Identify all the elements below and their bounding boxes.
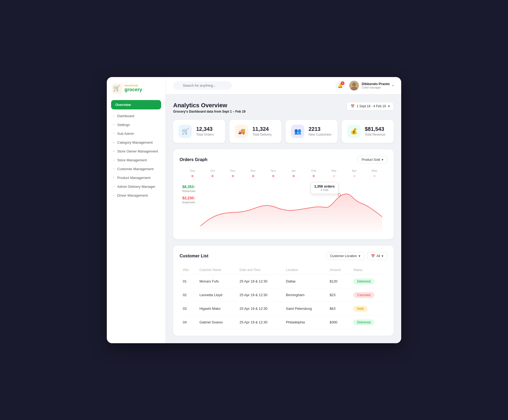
month-mar: Mar (324, 169, 344, 172)
cell-datetime: 25 Apr 19 & 12:30 (236, 288, 283, 302)
month-sep: Sep (182, 169, 203, 172)
sidebar-item-customer-management[interactable]: → Customer Management (107, 165, 165, 173)
sidebar-item-label: Sub Admin (117, 132, 134, 136)
sidebar-item-dashboard[interactable]: → Dashboard (107, 112, 165, 120)
cell-datetime: 25 Apr 19 & 12:30 (236, 274, 283, 288)
product-sold-label: Product Sold (362, 158, 380, 162)
date-filter-label: All (377, 254, 380, 258)
graph-legend: $8,353↑ Revenues $2,230↓ Expenses (182, 185, 196, 207)
chevron-down-icon: ▾ (382, 158, 383, 162)
chart-highlight-dot (338, 193, 341, 196)
col-header-amount: Amount (327, 265, 350, 275)
stat-card-delivery: 🚚 11,324 Total Delivery (229, 120, 281, 143)
col-header-no: #No (180, 265, 196, 275)
svg-point-3 (352, 83, 356, 86)
cell-amount: $23 (327, 288, 350, 302)
graph-title: Orders Graph (180, 157, 207, 162)
logo-grocery-text: grocery (124, 87, 142, 93)
cell-name: Higashi Mako (196, 302, 236, 315)
table-head: #No Cutomer Name Date and Time Location … (180, 265, 387, 275)
tooltip-orders: 1,356 orders (314, 184, 335, 188)
stat-value-orders: 12,343 (196, 126, 214, 132)
col-header-datetime: Date and Time (236, 265, 283, 275)
sidebar-item-store-management[interactable]: → Store Management (107, 156, 165, 165)
date-filter-button[interactable]: 📅 All ▾ (367, 252, 387, 260)
stat-value-customers: 2213 (309, 126, 331, 132)
stat-details: $81,543 Total Revenue (365, 126, 385, 136)
expenses-label: Expenses (182, 201, 196, 204)
topbar: 🔍 🔔 2 Dibben (166, 77, 401, 94)
table-header-row: #No Cutomer Name Date and Time Location … (180, 265, 387, 275)
customer-filters: Customer Location ▾ 📅 All ▾ (326, 252, 387, 260)
chevron-down-icon: ▾ (392, 84, 394, 87)
graph-dot (232, 175, 234, 177)
cell-status: Delivered (350, 315, 387, 329)
subtitle-range: Sept 1 – Feb 19 (222, 110, 245, 113)
date-picker-button[interactable]: 📅 1 Sept 18 - 4 Feb 19 ▾ (347, 102, 394, 110)
graph-dots-row (180, 175, 387, 177)
topbar-right: 🔔 2 Dibbendo Pranto Chief manager (335, 81, 394, 90)
orders-icon: 🛒 (179, 125, 192, 138)
arrow-icon: → (112, 158, 115, 162)
orders-chart-svg (180, 179, 387, 233)
product-sold-button[interactable]: Product Sold ▾ (358, 156, 387, 164)
sidebar-item-category-management[interactable]: → Category Management (107, 138, 165, 147)
tooltip-date: 5 Feb (314, 188, 335, 192)
delivery-icon: 🚚 (235, 125, 248, 138)
month-dec: Dec (243, 169, 263, 172)
logo-icon: 🛒 (112, 83, 122, 94)
stat-label-orders: Total Orders (196, 133, 214, 136)
sidebar-item-store-owner-management[interactable]: → Store Owner Management (107, 147, 165, 156)
cell-name: Leonetta Lloyd (196, 288, 236, 302)
cell-no: 01 (180, 274, 196, 288)
graph-dot-faded (353, 175, 355, 177)
sidebar-item-driver-management[interactable]: → Driver Management (107, 191, 165, 200)
sidebar: 🛒 SHOPFOR grocery Overview → Dashboard →… (107, 77, 166, 343)
month-feb: Feb (304, 169, 324, 172)
table-row: 02 Leonetta Lloyd 25 Apr 19 & 12:30 Birm… (180, 288, 387, 302)
cell-no: 02 (180, 288, 196, 302)
graph-dot (252, 175, 254, 177)
sidebar-item-product-management[interactable]: → Product Management (107, 173, 165, 182)
page-header: Analytics Overview Grocery's Dashboard d… (173, 102, 394, 113)
notification-button[interactable]: 🔔 2 (335, 81, 345, 90)
search-input[interactable] (173, 81, 232, 90)
legend-revenues: $8,353↑ Revenues (182, 185, 196, 193)
cell-location: Birmingham (283, 288, 326, 302)
sidebar-item-settings[interactable]: → Settings (107, 120, 165, 129)
month-nov1: Nov (223, 169, 243, 172)
stat-value-revenue: $81,543 (365, 126, 385, 132)
chevron-down-icon: ▾ (382, 254, 383, 258)
sidebar-item-sub-admin[interactable]: → Sub Admin (107, 129, 165, 138)
stat-details: 11,324 Total Delivery (252, 126, 272, 136)
col-header-name: Cutomer Name (196, 265, 236, 275)
sidebar-item-label: Settings (117, 123, 130, 127)
graph-dot (313, 175, 315, 177)
sidebar-item-overview[interactable]: Overview (111, 100, 161, 109)
search-wrapper: 🔍 (173, 81, 331, 90)
cell-location: Dallas (283, 274, 326, 288)
customer-list-card: Customer List Customer Location ▾ 📅 All … (173, 246, 394, 336)
arrow-icon: → (112, 185, 115, 188)
stat-details: 2213 New Customers (309, 126, 331, 136)
avatar (349, 81, 359, 90)
graph-dot (272, 175, 274, 177)
user-profile[interactable]: Dibbendo Pranto Chief manager ▾ (349, 81, 394, 90)
sidebar-item-label: Category Management (117, 140, 153, 144)
page-body: Analytics Overview Grocery's Dashboard d… (166, 94, 401, 343)
subtitle-prefix: Grocery's Dashboard data from (173, 110, 222, 113)
cell-status: Delivered (350, 274, 387, 288)
arrow-icon: → (112, 194, 115, 197)
stat-label-delivery: Total Delivery (252, 133, 272, 136)
sidebar-item-admin-delivery-manager[interactable]: → Admin Delivery Manager (107, 182, 165, 191)
stat-card-customers: 👥 2213 New Customers (286, 120, 338, 143)
stat-label-customers: New Customers (309, 133, 331, 136)
location-filter-button[interactable]: Customer Location ▾ (326, 252, 364, 260)
stat-card-orders: 🛒 12,343 Total Orders (173, 120, 225, 143)
customer-list-header: Customer List Customer Location ▾ 📅 All … (180, 252, 387, 260)
cell-amount: $63 (327, 302, 350, 315)
customer-list-title: Customer List (180, 254, 208, 258)
arrow-icon: → (112, 167, 115, 170)
status-badge: Delivered (353, 278, 374, 284)
table-row: 04 Gabriel Soares 25 Apr 19 & 12:30 Phil… (180, 315, 387, 329)
